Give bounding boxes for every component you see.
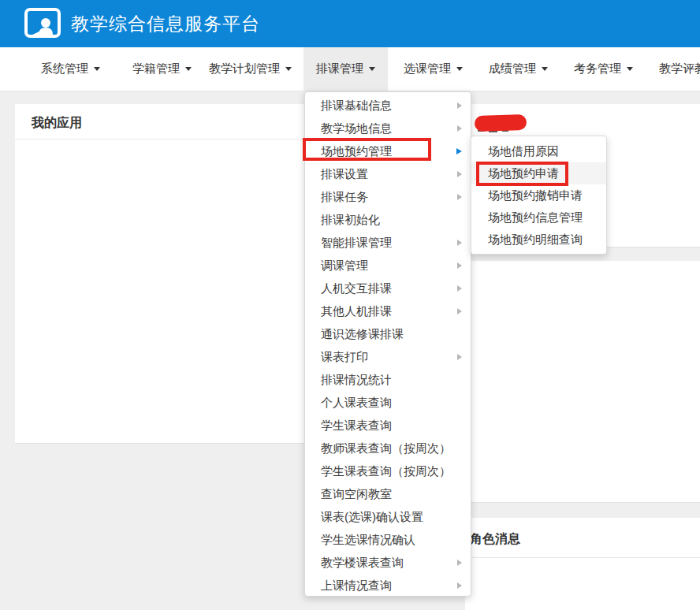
menu-item-17[interactable]: 学生课表查询（按周次）	[305, 460, 471, 483]
nav-item-label: 排课管理	[316, 61, 363, 76]
menu-item-13[interactable]: 排课情况统计	[305, 369, 471, 392]
menu-item-label: 场地借用原因	[488, 144, 559, 159]
menu-item-label: 排课初始化	[321, 213, 380, 228]
menu-item-label: 查询空闲教室	[321, 487, 392, 502]
menu-item-label: 场地预约撤销申请	[488, 188, 583, 203]
menu-item-6[interactable]: 排课初始化	[305, 209, 471, 232]
menu-item-label: 智能排课管理	[321, 236, 392, 251]
submenu-item-1[interactable]: 场地借用原因	[471, 140, 606, 162]
menu-item-15[interactable]: 学生课表查询	[305, 415, 471, 437]
menu-item-9[interactable]: 人机交互排课	[305, 277, 471, 300]
menu-item-label: 场地预约信息管理	[488, 210, 583, 225]
chevron-down-icon	[94, 67, 100, 71]
submenu-expand-arrow-icon	[457, 285, 462, 292]
nav-item-8[interactable]: 教学评教管理	[646, 47, 700, 91]
right-middle-panel	[465, 261, 700, 503]
app-logo-presenter-icon	[24, 7, 61, 40]
menu-item-label: 其他人机排课	[321, 304, 392, 319]
menu-item-1[interactable]: 排课基础信息	[305, 95, 471, 117]
menu-item-5[interactable]: 排课任务	[305, 186, 471, 209]
role-messages-title: 角色消息	[465, 518, 700, 548]
nav-item-6[interactable]: 成绩管理	[476, 47, 560, 91]
menu-item-10[interactable]: 其他人机排课	[305, 300, 471, 323]
menu-item-4[interactable]: 排课设置	[305, 163, 471, 186]
chevron-down-icon	[542, 67, 548, 71]
menu-item-label: 课表(选课)确认设置	[321, 510, 423, 525]
app-title: 教学综合信息服务平台	[71, 12, 260, 36]
nav-item-2[interactable]: 学籍管理	[120, 47, 204, 91]
nav-item-label: 教学计划管理	[209, 61, 280, 76]
menu-item-8[interactable]: 调课管理	[305, 255, 471, 277]
menu-item-label: 场地预约申请	[488, 166, 559, 181]
nav-item-label: 考务管理	[574, 61, 621, 76]
menu-item-3[interactable]: 场地预约管理	[305, 140, 471, 163]
nav-item-7[interactable]: 考务管理	[561, 47, 646, 91]
chevron-down-icon	[285, 67, 292, 71]
menu-item-label: 人机交互排课	[321, 281, 392, 296]
menu-item-22[interactable]: 上课情况查询	[305, 575, 471, 597]
nav-item-label: 系统管理	[41, 61, 88, 76]
chevron-down-icon	[456, 67, 463, 71]
submenu-expand-arrow-icon	[457, 171, 462, 177]
menu-item-label: 教学场地信息	[321, 121, 392, 136]
submenu-expand-arrow-icon	[457, 582, 462, 589]
nav-item-label: 学籍管理	[132, 61, 180, 76]
menu-item-label: 教师课表查询（按周次）	[321, 441, 451, 456]
menu-item-label: 学生课表查询（按周次）	[321, 464, 451, 479]
menu-item-20[interactable]: 学生选课情况确认	[305, 529, 471, 552]
menu-item-label: 场地预约管理	[321, 144, 392, 159]
main-nav: 系统管理学籍管理教学计划管理排课管理选课管理成绩管理考务管理教学评教管理	[0, 47, 700, 91]
menu-item-2[interactable]: 教学场地信息	[305, 117, 471, 140]
submenu-item-3[interactable]: 场地预约撤销申请	[471, 184, 606, 206]
menu-item-14[interactable]: 个人课表查询	[305, 392, 471, 415]
menu-item-7[interactable]: 智能排课管理	[305, 232, 471, 255]
role-messages-panel: 角色消息	[465, 518, 700, 610]
chevron-down-icon	[627, 67, 633, 71]
chevron-down-icon	[369, 67, 375, 71]
panel-divider	[465, 557, 700, 558]
nav-item-1[interactable]: 系统管理	[28, 47, 113, 91]
menu-item-label: 学生课表查询	[321, 418, 392, 433]
submenu-expand-arrow-icon	[457, 125, 462, 132]
menu-item-label: 上课情况查询	[321, 578, 392, 593]
menu-item-label: 课表打印	[321, 350, 368, 365]
menu-item-label: 学生选课情况确认	[321, 533, 415, 548]
scheduling-dropdown-menu: 排课基础信息教学场地信息场地预约管理排课设置排课任务排课初始化智能排课管理调课管…	[304, 91, 471, 597]
nav-item-label: 教学评教管理	[659, 61, 700, 76]
menu-item-18[interactable]: 查询空闲教室	[305, 483, 471, 506]
menu-item-16[interactable]: 教师课表查询（按周次）	[305, 437, 471, 460]
submenu-expand-arrow-icon	[457, 560, 462, 566]
menu-item-label: 通识选修课排课	[321, 327, 404, 342]
nav-item-4[interactable]: 排课管理	[303, 47, 388, 91]
submenu-expand-arrow-icon	[457, 262, 462, 269]
submenu-expand-arrow-icon	[457, 354, 462, 360]
menu-item-label: 场地预约明细查询	[488, 232, 583, 247]
menu-item-label: 排课设置	[321, 167, 368, 182]
submenu-item-5[interactable]: 场地预约明细查询	[471, 229, 606, 251]
red-scribble-annotation	[475, 114, 527, 132]
venue-reservation-submenu: 场地借用原因场地预约申请场地预约撤销申请场地预约信息管理场地预约明细查询	[471, 136, 607, 255]
nav-item-5[interactable]: 选课管理	[391, 47, 475, 91]
menu-item-11[interactable]: 通识选修课排课	[305, 323, 471, 346]
submenu-expand-arrow-icon	[457, 308, 462, 314]
nav-item-label: 选课管理	[404, 61, 451, 76]
submenu-expand-arrow-icon	[457, 194, 462, 200]
submenu-item-2[interactable]: 场地预约申请	[471, 162, 606, 184]
menu-item-12[interactable]: 课表打印	[305, 346, 471, 369]
menu-item-label: 排课情况统计	[321, 373, 392, 388]
nav-item-3[interactable]: 教学计划管理	[196, 47, 304, 91]
menu-item-label: 教学楼课表查询	[321, 556, 404, 571]
menu-item-19[interactable]: 课表(选课)确认设置	[305, 506, 471, 529]
menu-item-label: 排课基础信息	[321, 99, 392, 113]
nav-item-label: 成绩管理	[489, 61, 536, 76]
submenu-expand-arrow-icon	[457, 240, 462, 246]
menu-item-label: 排课任务	[321, 190, 368, 205]
submenu-expand-arrow-icon	[457, 102, 462, 109]
app-header: 教学综合信息服务平台	[0, 0, 700, 47]
menu-item-label: 个人课表查询	[321, 396, 392, 411]
submenu-item-4[interactable]: 场地预约信息管理	[471, 206, 606, 229]
submenu-expand-arrow-icon	[456, 148, 462, 154]
menu-item-label: 调课管理	[321, 259, 368, 273]
chevron-down-icon	[185, 67, 192, 71]
menu-item-21[interactable]: 教学楼课表查询	[305, 552, 471, 575]
